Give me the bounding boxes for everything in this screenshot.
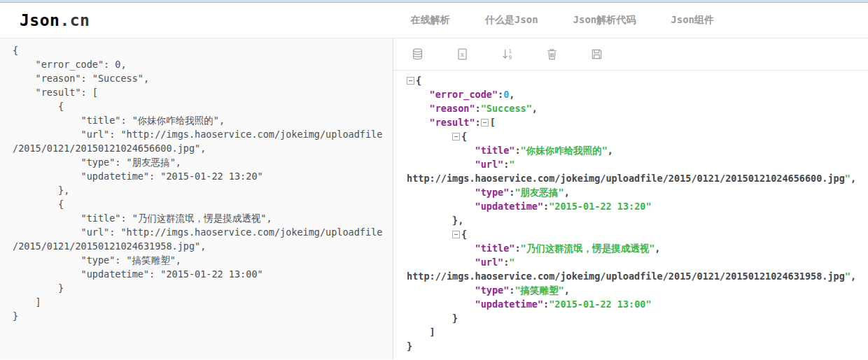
json-token-str: "乃们这群流氓，愣是摸成透视": [521, 243, 655, 254]
compress-button[interactable]: [407, 45, 427, 64]
json-token-plain: [407, 89, 430, 100]
json-token-plain: ,: [850, 173, 856, 184]
json-line: ]: [407, 325, 868, 339]
json-token-plain: }: [407, 340, 412, 352]
json-token-plain: [407, 201, 475, 212]
json-token-plain: [407, 243, 475, 254]
svg-text:1: 1: [508, 48, 512, 55]
json-result-panel: x 1 9: [393, 38, 868, 359]
collapse-toggle-icon[interactable]: [452, 231, 460, 238]
url-link[interactable]: http://imgs.haoservice.com/jokeimg/uploa…: [407, 173, 845, 184]
json-line: "error_code":0,: [407, 87, 868, 101]
url-link[interactable]: http://imgs.haoservice.com/jokeimg/uploa…: [407, 271, 845, 282]
json-line: "url":": [407, 157, 868, 171]
json-input-panel: { "error_code": 0, "reason": "Success", …: [0, 38, 393, 359]
clear-button[interactable]: [542, 45, 561, 64]
json-token-plain: ,: [654, 243, 660, 254]
json-viewer: { "error_code":0, "reason":"Success", "r…: [393, 71, 868, 353]
nav-item-json-parse-code[interactable]: Json解析代码: [573, 14, 636, 27]
json-line: "updatetime":"2015-01-22 13:20": [407, 199, 868, 213]
trash-icon: [545, 48, 559, 61]
json-token-key: "title": [475, 145, 515, 156]
json-token-plain: {: [461, 229, 467, 240]
json-token-str: "搞笑雕塑": [514, 285, 564, 296]
nav-item-json-components[interactable]: Json组件: [671, 14, 714, 27]
json-token-plain: [407, 145, 475, 156]
file-x-icon: x: [456, 48, 469, 61]
json-line: "reason":"Success",: [407, 101, 868, 115]
main-nav: 在线解析 什么是Json Json解析代码 Json组件: [411, 14, 714, 27]
json-token-plain: [407, 257, 475, 268]
json-token-key: "updatetime": [475, 298, 544, 310]
json-token-plain: ]: [407, 326, 435, 338]
json-line: }: [407, 311, 868, 325]
json-token-str: ": [509, 159, 514, 170]
json-token-plain: }: [407, 312, 458, 324]
sort-numeric-icon: 1 9: [500, 48, 514, 61]
json-line: {: [407, 73, 868, 87]
json-token-str: "2015-01-22 13:20": [549, 201, 651, 212]
json-line: "title":"乃们这群流氓，愣是摸成透视",: [407, 241, 868, 255]
json-token-plain: ,: [532, 103, 538, 114]
json-token-plain: [407, 298, 475, 310]
json-token-str: "2015-01-22 13:00": [549, 298, 651, 310]
json-token-plain: ,: [850, 271, 856, 282]
json-token-plain: {: [461, 131, 467, 142]
json-token-plain: [407, 117, 430, 128]
json-token-plain: [: [490, 117, 496, 128]
save-button[interactable]: [587, 45, 606, 64]
json-token-str: "朋友恶搞": [514, 187, 564, 198]
nav-item-what-is-json[interactable]: 什么是Json: [485, 14, 538, 27]
json-line: }: [407, 339, 868, 353]
json-token-key: "result": [430, 117, 475, 128]
json-line: "type":"朋友恶搞",: [407, 185, 868, 199]
json-token-plain: ,: [509, 89, 514, 100]
json-line: http://imgs.haoservice.com/jokeimg/uploa…: [407, 269, 868, 283]
json-input[interactable]: { "error_code": 0, "reason": "Success", …: [0, 38, 393, 359]
json-token-plain: [407, 159, 475, 170]
json-token-plain: [407, 131, 452, 142]
json-token-plain: :: [498, 89, 503, 100]
collapse-toggle-icon[interactable]: [481, 119, 489, 127]
json-token-str: "你妹你咋给我照的": [521, 145, 608, 156]
json-line: "title":"你妹你咋给我照的",: [407, 143, 868, 157]
json-token-str: ": [845, 271, 850, 282]
nav-item-online-parse[interactable]: 在线解析: [411, 14, 450, 27]
json-token-key: "updatetime": [475, 201, 544, 212]
main-content: { "error_code": 0, "reason": "Success", …: [0, 38, 868, 359]
json-token-key: "url": [475, 257, 504, 268]
sort-button[interactable]: 1 9: [497, 45, 517, 64]
json-token-key: "url": [475, 159, 504, 170]
logo-suffix-text: .cn: [59, 11, 90, 29]
json-token-key: "reason": [430, 103, 475, 114]
xml-convert-button[interactable]: x: [452, 45, 472, 64]
site-logo[interactable]: Json.cn: [20, 11, 90, 29]
svg-text:9: 9: [508, 55, 512, 61]
json-line: {: [407, 227, 868, 241]
svg-text:x: x: [460, 50, 464, 58]
json-line: {: [407, 129, 868, 143]
json-token-plain: :: [475, 103, 481, 114]
json-token-plain: ,: [564, 285, 570, 296]
logo-brand-text: Json: [20, 11, 59, 29]
json-line: "url":": [407, 255, 868, 269]
json-token-plain: ,: [564, 187, 570, 198]
json-token-plain: [407, 103, 430, 114]
json-token-key: "title": [475, 243, 515, 254]
json-token-plain: },: [407, 215, 463, 226]
collapse-toggle-icon[interactable]: [407, 77, 414, 85]
save-icon: [590, 48, 603, 61]
result-toolbar: x 1 9: [393, 38, 868, 71]
json-token-plain: ,: [608, 145, 613, 156]
json-token-plain: :: [514, 145, 520, 156]
collapse-toggle-icon[interactable]: [452, 133, 460, 141]
json-token-plain: [407, 229, 452, 240]
json-token-plain: {: [416, 75, 421, 86]
json-token-key: "error_code": [430, 89, 498, 100]
site-header: Json.cn 在线解析 什么是Json Json解析代码 Json组件: [0, 3, 868, 38]
json-token-plain: :: [475, 117, 481, 128]
json-token-plain: :: [543, 298, 549, 310]
json-line: },: [407, 213, 868, 227]
json-token-plain: [407, 187, 475, 198]
json-line: http://imgs.haoservice.com/jokeimg/uploa…: [407, 171, 868, 185]
